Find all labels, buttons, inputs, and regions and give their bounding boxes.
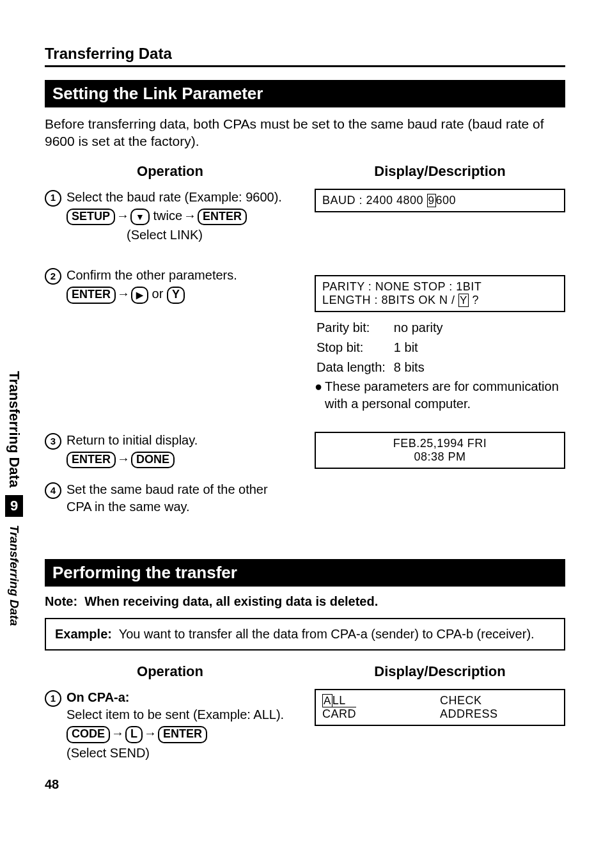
display-datetime: FEB.25,1994 FRI 08:38 PM xyxy=(315,432,565,469)
key-enter: ENTER xyxy=(66,287,116,304)
key-enter: ENTER xyxy=(198,209,247,226)
display-menu: ALL CARD CHECK ADDRESS xyxy=(315,689,565,726)
length-value: 8 bits xyxy=(393,358,450,377)
arrow-icon: → xyxy=(115,209,130,223)
page-title: Transferring Data xyxy=(45,45,565,67)
section-header-2: Performing the transfer xyxy=(45,559,565,587)
arrow-icon: → xyxy=(143,726,158,740)
section-header-1: Setting the Link Parameter xyxy=(45,80,565,107)
note-label: Note: xyxy=(45,594,77,608)
step-number-icon: 4 xyxy=(45,482,61,499)
cursor-box: 9 xyxy=(427,194,436,207)
col-display-head: Display/Description xyxy=(315,163,565,180)
key-y: Y xyxy=(167,287,185,304)
twice-label: twice xyxy=(150,209,182,223)
example-text: You want to transfer all the data from C… xyxy=(119,627,535,641)
key-l: L xyxy=(125,726,143,743)
arrow-icon: → xyxy=(116,287,131,301)
length-label: Data length: xyxy=(316,358,392,377)
step2-text: Confirm the other parameters. xyxy=(66,267,237,284)
step2-1-text: Select item to be sent (Example: ALL). xyxy=(66,706,284,723)
example-box: Example: You want to transfer all the da… xyxy=(45,618,565,651)
step2-1: 1 On CPA-a: Select item to be sent (Exam… xyxy=(45,689,295,762)
length-pre: LENGTH : 8BITS OK N / xyxy=(322,294,458,306)
stop-value: 1 bit xyxy=(393,338,450,357)
bullet-icon: ● xyxy=(315,378,322,413)
arrow-icon: → xyxy=(110,726,125,740)
step2-1-sub: (Select SEND) xyxy=(66,745,284,762)
step3-text: Return to initial display. xyxy=(66,432,198,449)
menu-check: CHECK xyxy=(440,694,558,707)
step-4: 4 Set the same baud rate of the other CP… xyxy=(45,481,295,516)
baud-pre: BAUD : 2400 4800 xyxy=(322,194,427,207)
example-label: Example: xyxy=(55,627,112,641)
or-label: or xyxy=(148,287,167,301)
page-number: 48 xyxy=(45,777,565,792)
key-done: DONE xyxy=(131,452,175,469)
key-right-icon xyxy=(131,287,148,304)
step2-1-title: On CPA-a: xyxy=(66,690,130,704)
display-baud: BAUD : 2400 4800 9600 xyxy=(315,189,565,212)
baud-post: 600 xyxy=(436,194,457,207)
menu-card: CARD xyxy=(322,707,356,721)
step1-sub: (Select LINK) xyxy=(47,226,282,244)
date-line: FEB.25,1994 FRI xyxy=(322,437,558,450)
stop-label: Stop bit: xyxy=(316,338,392,357)
step-number-icon: 1 xyxy=(45,690,61,707)
step-number-icon: 1 xyxy=(45,190,61,207)
col-operation-head-2: Operation xyxy=(45,663,295,680)
step-2: 2 Confirm the other parameters. ENTER→ o… xyxy=(45,267,295,305)
time-line: 08:38 PM xyxy=(322,450,558,464)
note-text: When receiving data, all existing data i… xyxy=(84,594,378,608)
step1-text: Select the baud rate (Example: 9600). xyxy=(66,189,282,206)
step-1: 1 Select the baud rate (Example: 9600). … xyxy=(45,189,295,244)
parity-value: no parity xyxy=(393,319,450,337)
parity-line1: PARITY : NONE STOP : 1BIT xyxy=(322,280,558,294)
section1-intro: Before transferring data, both CPAs must… xyxy=(45,115,565,150)
length-post: ? xyxy=(469,294,479,306)
section2-note: Note: When receiving data, all existing … xyxy=(45,594,565,609)
step-number-icon: 2 xyxy=(45,268,61,285)
parity-label: Parity bit: xyxy=(316,319,392,337)
param-note: These parameters are for communication w… xyxy=(325,378,565,413)
col-operation-head: Operation xyxy=(45,163,295,180)
step-number-icon: 3 xyxy=(45,433,61,450)
param-description: Parity bit:no parity Stop bit:1 bit Data… xyxy=(315,317,565,413)
menu-all-post: LL xyxy=(332,694,346,707)
menu-address: ADDRESS xyxy=(440,707,558,721)
key-down-icon xyxy=(130,209,150,226)
key-enter: ENTER xyxy=(66,452,116,469)
col-display-head-2: Display/Description xyxy=(315,663,565,680)
step-3: 3 Return to initial display. ENTER→DONE xyxy=(45,432,295,470)
arrow-icon: → xyxy=(182,209,198,223)
cursor-box: Y xyxy=(458,294,469,307)
arrow-icon: → xyxy=(116,452,131,466)
key-setup: SETUP xyxy=(66,209,115,226)
key-code: CODE xyxy=(66,726,110,743)
key-enter: ENTER xyxy=(158,726,207,743)
display-parity: PARITY : NONE STOP : 1BIT LENGTH : 8BITS… xyxy=(315,275,565,312)
cursor-box: A xyxy=(322,694,332,707)
step4-text: Set the same baud rate of the other CPA … xyxy=(66,481,295,516)
